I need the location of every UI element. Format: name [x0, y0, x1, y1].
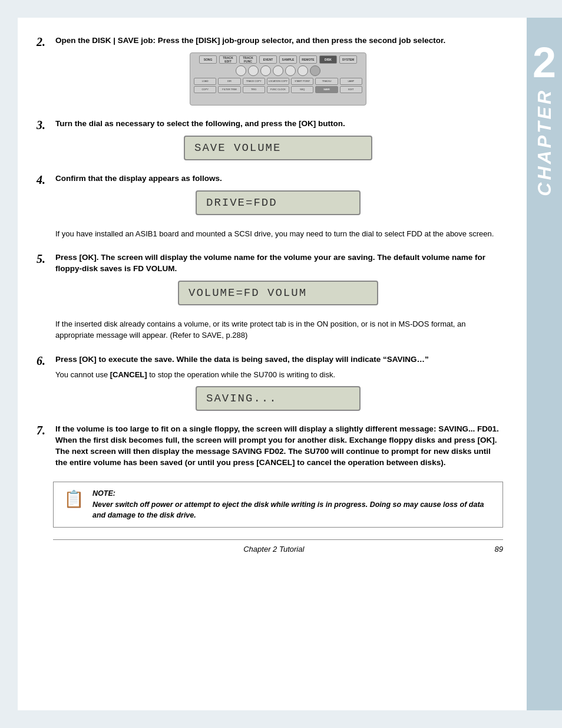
step-7-heading: If the volume is too large to fit on a s… [53, 424, 503, 469]
note-title: NOTE: [92, 488, 494, 499]
step-2: 2. Open the DISK | SAVE job: Press the [… [53, 35, 503, 106]
song-btn: SONG [199, 55, 217, 64]
funcc-btn: FUNC CLOCK [267, 86, 289, 93]
step-5-screen-wrapper: VOLUME=FD VOLUM [53, 281, 503, 305]
step-4-display: DRIVE=FDD [196, 190, 361, 215]
step-3-screen-wrapper: SAVE VOLUME [53, 136, 503, 160]
note-box: 📋 NOTE: Never switch off power or attemp… [53, 482, 503, 528]
sample-btn: SAMPLE [279, 55, 297, 64]
track2-btn: TRACK FUNC [239, 55, 257, 64]
circ6 [297, 65, 308, 76]
load-btn: LOAD [194, 78, 216, 85]
cancel-label: [CANCEL] [110, 370, 147, 379]
step-7-number: 7. [37, 424, 45, 437]
step-6-screen-wrapper: SAVING... [53, 386, 503, 411]
disk-btn: DISK [319, 55, 337, 64]
step-4-body: If you have installed an ASIB1 board and… [53, 228, 503, 240]
device-image-wrapper: SONG TRACK EDIT TRACK FUNC EVENT SAMPLE … [53, 52, 503, 106]
step-4-note: If you have installed an ASIB1 board and… [53, 228, 503, 240]
step-3: 3. Turn the dial as necessary to select … [53, 118, 503, 160]
step-6-number: 6. [37, 354, 45, 368]
step-4: 4. Confirm that the display appears as f… [53, 173, 503, 215]
circ4 [273, 65, 283, 76]
device-image: SONG TRACK EDIT TRACK FUNC EVENT SAMPLE … [190, 52, 366, 106]
event-btn: EVENT [259, 55, 277, 64]
step-3-display: SAVE VOLUME [184, 136, 372, 160]
step-5-body: If the inserted disk already contains a … [53, 318, 503, 341]
footer-right: 89 [495, 545, 503, 554]
circ7 [310, 65, 320, 76]
step-4-screen-wrapper: DRIVE=FDD [53, 190, 503, 215]
seq-btn: SEQ [291, 86, 313, 93]
note-body: Never switch off power or attempt to eje… [92, 499, 494, 522]
step-6-display-text: SAVING... [206, 392, 277, 405]
step-5-number: 5. [37, 252, 45, 266]
save-btn-dev: SAVE [315, 86, 338, 93]
trig-btn: TRIG [243, 86, 265, 93]
track3-btn: TRACK# [315, 78, 338, 85]
note-icon: 📋 [62, 489, 85, 509]
step-3-number: 3. [37, 118, 45, 132]
chapter-label: CHAPTER [534, 88, 556, 196]
step-2-heading: Open the DISK | SAVE job: Press the [DIS… [53, 35, 503, 47]
footer-center: Chapter 2 Tutorial [53, 545, 495, 554]
chapter-tab: 2 CHAPTER [527, 18, 562, 710]
circ3 [260, 65, 271, 76]
chapter-number: 2 [533, 41, 556, 84]
circ5 [285, 65, 296, 76]
system-btn: SYSTEM [339, 55, 357, 64]
step-4-heading: Confirm that the display appears as foll… [53, 173, 503, 185]
copy-btn: COPY [194, 86, 216, 93]
step-5-display: VOLUME=FD VOLUM [178, 281, 378, 305]
filter-btn: FILTER TRIM [218, 86, 240, 93]
footer: Chapter 2 Tutorial 89 [53, 539, 503, 554]
step-5-note: If the inserted disk already contains a … [53, 318, 503, 341]
location-btn: LOCATION COPY [267, 78, 289, 85]
main-content: 2. Open the DISK | SAVE job: Press the [… [18, 18, 527, 710]
step-6: 6. Press [OK] to execute the save. While… [53, 354, 503, 411]
start-btn: START POINT [291, 78, 313, 85]
step-5: 5. Press [OK]. The screen will display t… [53, 252, 503, 305]
step-2-number: 2. [37, 35, 45, 49]
note-content: NOTE: Never switch off power or attempt … [92, 488, 494, 521]
remote-btn: REMOTE [299, 55, 317, 64]
step-4-number: 4. [37, 173, 45, 187]
circ1 [236, 65, 246, 76]
step-3-heading: Turn the dial as necessary to select the… [53, 118, 503, 130]
circ2 [248, 65, 259, 76]
step-3-display-text: SAVE VOLUME [194, 141, 281, 154]
step-5-heading: Press [OK]. The screen will display the … [53, 252, 503, 275]
step-5-display-text: VOLUME=FD VOLUM [189, 286, 307, 299]
edit-btn: EDIT [340, 86, 362, 93]
step-6-display: SAVING... [196, 386, 361, 411]
step-7: 7. If the volume is too large to fit on … [53, 424, 503, 469]
step-4-display-text: DRIVE=FDD [206, 196, 277, 209]
step-6-body: You cannot use [CANCEL] to stop the oper… [53, 369, 503, 381]
lamp-btn: LAMP [340, 78, 362, 85]
track-btn: TRACK EDIT [219, 55, 237, 64]
trace1-btn: TRACE COPY [243, 78, 265, 85]
dir-btn: DIR [218, 78, 240, 85]
step-6-heading: Press [OK] to execute the save. While th… [53, 354, 503, 365]
